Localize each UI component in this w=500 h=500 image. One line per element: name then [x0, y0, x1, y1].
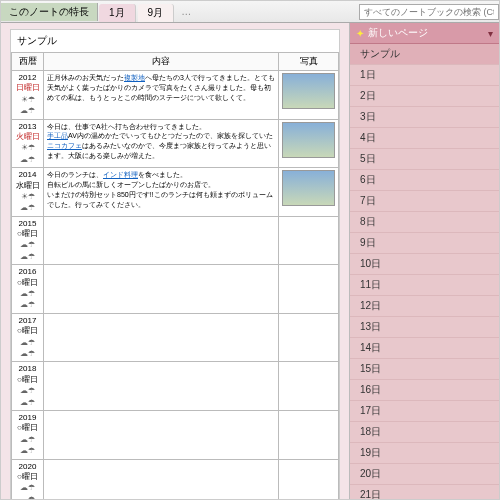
date-cell: 2012日曜日☀☂☁☂	[12, 71, 44, 120]
page-item[interactable]: 16日	[350, 380, 499, 401]
tab-september[interactable]: 9月	[138, 4, 175, 22]
content-cell[interactable]: 今日は、仕事でA社へ打ち合わせ行ってきました。手工品AV内の温めかたでいってもひ…	[44, 119, 279, 168]
page-item[interactable]: 12日	[350, 296, 499, 317]
app-window: このノートの特長 1月 9月 … サンプル 西暦 内容 写真 2012日曜日☀☂…	[0, 0, 500, 500]
content-cell[interactable]	[44, 313, 279, 362]
topbar: このノートの特長 1月 9月 …	[1, 1, 499, 23]
caret-down-icon: ▾	[488, 28, 493, 39]
table-row: 2018○曜日☁☂☁☂	[12, 362, 339, 411]
page-item[interactable]: 9日	[350, 233, 499, 254]
new-page-button[interactable]: ✦ 新しいページ ▾	[350, 23, 499, 44]
page-item[interactable]: 21日	[350, 485, 499, 499]
photo-cell	[279, 313, 339, 362]
page-title: サンプル	[11, 30, 339, 52]
page-list: サンプル1日2日3日4日5日6日7日8日9日10日11日12日13日14日15日…	[350, 44, 499, 499]
date-cell: 2020○曜日☁☂☁☂	[12, 459, 44, 499]
diary-table: 西暦 内容 写真 2012日曜日☀☂☁☂正月休みのお天気だった複製地へ母たちの3…	[11, 52, 339, 499]
photo-cell	[279, 410, 339, 459]
photo-cell	[279, 119, 339, 168]
content-cell[interactable]	[44, 410, 279, 459]
date-cell: 2015○曜日☁☂☁☂	[12, 216, 44, 265]
star-icon: ✦	[356, 28, 364, 39]
sidebar: ✦ 新しいページ ▾ サンプル1日2日3日4日5日6日7日8日9日10日11日1…	[349, 23, 499, 499]
page-item[interactable]: 17日	[350, 401, 499, 422]
date-cell: 2014水曜日☀☂☁☂	[12, 168, 44, 217]
content-cell[interactable]	[44, 362, 279, 411]
page-item[interactable]: 10日	[350, 254, 499, 275]
page-item[interactable]: 15日	[350, 359, 499, 380]
page-item[interactable]: 19日	[350, 443, 499, 464]
content-cell[interactable]	[44, 459, 279, 499]
page-item[interactable]: 3日	[350, 107, 499, 128]
header-date: 西暦	[12, 53, 44, 71]
page-item[interactable]: 20日	[350, 464, 499, 485]
table-row: 2012日曜日☀☂☁☂正月休みのお天気だった複製地へ母たちの3人で行ってきました…	[12, 71, 339, 120]
table-row: 2014水曜日☀☂☁☂今日のランチは、インド料理を食べました。自転ビルの馬に新し…	[12, 168, 339, 217]
page-item[interactable]: 14日	[350, 338, 499, 359]
new-page-label: 新しいページ	[368, 26, 428, 40]
content-cell[interactable]: 今日のランチは、インド料理を食べました。自転ビルの馬に新しくオープンしたばかりの…	[44, 168, 279, 217]
page-item[interactable]: 7日	[350, 191, 499, 212]
photo-thumbnail[interactable]	[282, 73, 335, 109]
photo-cell	[279, 459, 339, 499]
photo-cell	[279, 216, 339, 265]
tab-january[interactable]: 1月	[99, 4, 136, 22]
search-input[interactable]	[359, 4, 499, 20]
table-row: 2015○曜日☁☂☁☂	[12, 216, 339, 265]
date-cell: 2016○曜日☁☂☁☂	[12, 265, 44, 314]
photo-cell	[279, 71, 339, 120]
table-row: 2019○曜日☁☂☁☂	[12, 410, 339, 459]
page-item[interactable]: 18日	[350, 422, 499, 443]
content-area: サンプル 西暦 内容 写真 2012日曜日☀☂☁☂正月休みのお天気だった複製地へ…	[1, 23, 349, 499]
main-area: サンプル 西暦 内容 写真 2012日曜日☀☂☁☂正月休みのお天気だった複製地へ…	[1, 23, 499, 499]
page-item[interactable]: 13日	[350, 317, 499, 338]
date-cell: 2013火曜日☀☂☁☂	[12, 119, 44, 168]
date-cell: 2019○曜日☁☂☁☂	[12, 410, 44, 459]
note-paper: サンプル 西暦 内容 写真 2012日曜日☀☂☁☂正月休みのお天気だった複製地へ…	[10, 29, 340, 499]
header-photo: 写真	[279, 53, 339, 71]
photo-cell	[279, 362, 339, 411]
table-row: 2017○曜日☁☂☁☂	[12, 313, 339, 362]
table-row: 2013火曜日☀☂☁☂今日は、仕事でA社へ打ち合わせ行ってきました。手工品AV内…	[12, 119, 339, 168]
photo-thumbnail[interactable]	[282, 170, 335, 206]
photo-cell	[279, 265, 339, 314]
tab-more[interactable]: …	[175, 4, 197, 19]
photo-thumbnail[interactable]	[282, 122, 335, 158]
page-item[interactable]: 8日	[350, 212, 499, 233]
header-content: 内容	[44, 53, 279, 71]
content-cell[interactable]: 正月休みのお天気だった複製地へ母たちの3人で行ってきました。とても天気がよく葉っ…	[44, 71, 279, 120]
content-cell[interactable]	[44, 265, 279, 314]
page-item[interactable]: 4日	[350, 128, 499, 149]
date-cell: 2017○曜日☁☂☁☂	[12, 313, 44, 362]
page-item[interactable]: 6日	[350, 170, 499, 191]
content-cell[interactable]	[44, 216, 279, 265]
page-item[interactable]: サンプル	[350, 44, 499, 65]
page-item[interactable]: 1日	[350, 65, 499, 86]
page-item[interactable]: 5日	[350, 149, 499, 170]
page-item[interactable]: 2日	[350, 86, 499, 107]
table-row: 2016○曜日☁☂☁☂	[12, 265, 339, 314]
date-cell: 2018○曜日☁☂☁☂	[12, 362, 44, 411]
notebook-tab[interactable]: このノートの特長	[1, 3, 98, 21]
photo-cell	[279, 168, 339, 217]
page-item[interactable]: 11日	[350, 275, 499, 296]
table-row: 2020○曜日☁☂☁☂	[12, 459, 339, 499]
